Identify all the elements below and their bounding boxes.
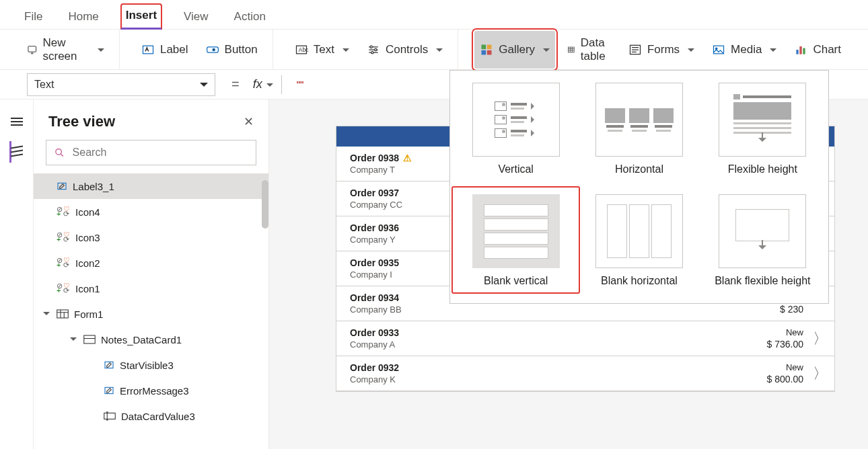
label-icon	[104, 385, 114, 396]
order-company: Company BB	[350, 304, 402, 315]
gallery-dropdown[interactable]: Gallery	[474, 31, 555, 69]
text-dropdown[interactable]: Abc Text	[289, 39, 355, 60]
order-company: Company A	[350, 339, 399, 350]
tree-item[interactable]: StarVisible3	[34, 352, 268, 378]
icon-control-icon: ⊘+♡⟳	[57, 233, 70, 242]
chart-icon	[794, 43, 807, 56]
svg-rect-0	[28, 46, 36, 51]
menu-view[interactable]: View	[180, 6, 213, 29]
left-rail	[0, 99, 34, 449]
svg-rect-17	[797, 50, 799, 54]
gallery-option-horizontal[interactable]: Horizontal	[587, 83, 691, 175]
warning-icon: ⚠	[403, 153, 412, 163]
tree-item-label: Icon2	[75, 257, 100, 269]
order-title: Order 0932	[350, 362, 399, 373]
menu-action[interactable]: Action	[230, 6, 270, 29]
search-icon	[55, 147, 65, 158]
tree-list: Label3_1 ⊘+♡⟳Icon4 ⊘+♡⟳Icon3 ⊘+♡⟳Icon2 ⊘…	[34, 173, 268, 429]
expand-caret-icon[interactable]	[70, 337, 77, 344]
tree-item-label: DataCardValue3	[121, 411, 195, 422]
menu-file[interactable]: File	[20, 6, 46, 29]
forms-dropdown[interactable]: Forms	[623, 39, 700, 60]
tree-item[interactable]: ⊘+♡⟳Icon4	[34, 199, 268, 225]
new-screen-button[interactable]: New screen	[22, 32, 110, 67]
gallery-thumb-blank-horizontal	[595, 194, 683, 268]
media-icon	[712, 43, 725, 56]
fx-button[interactable]: fx	[248, 77, 279, 91]
button-button[interactable]: Button	[201, 39, 263, 60]
tree-item[interactable]: ErrorMessage3	[34, 378, 268, 403]
chevron-right-icon[interactable]: 〉	[813, 364, 825, 384]
datacard-icon	[83, 335, 96, 344]
tree-item-label: Icon3	[75, 232, 100, 243]
controls-dropdown[interactable]: Controls	[361, 39, 448, 60]
data-table-button[interactable]: Data table	[562, 32, 616, 67]
media-label: Media	[731, 43, 762, 56]
close-icon[interactable]: ✕	[244, 114, 254, 129]
svg-rect-19	[803, 48, 805, 54]
label-button[interactable]: Label	[136, 39, 194, 60]
svg-rect-11	[482, 50, 486, 54]
tree-item[interactable]: Label3_1	[34, 173, 268, 199]
expand-caret-icon[interactable]	[43, 312, 50, 319]
order-price: $ 800.00	[767, 374, 804, 384]
tree-item[interactable]: Notes_DataCard1	[34, 327, 268, 352]
gallery-option-label: Blank horizontal	[601, 275, 678, 287]
gallery-option-blank-flexible[interactable]: Blank flexible height	[711, 194, 815, 287]
gallery-thumb-blank-vertical	[472, 194, 560, 268]
screen-icon	[27, 43, 37, 56]
data-table-icon	[567, 43, 575, 56]
gallery-option-blank-vertical[interactable]: Blank vertical	[464, 194, 568, 287]
media-dropdown[interactable]: Media	[707, 39, 782, 60]
tree-item[interactable]: ⊘+♡⟳Icon1	[34, 276, 268, 301]
gallery-option-flexible[interactable]: Flexible height	[711, 83, 815, 175]
text-label: Text	[314, 43, 334, 56]
order-title: Order 0936	[350, 222, 399, 233]
tree-view-rail-icon[interactable]	[9, 145, 24, 157]
order-company: Company K	[350, 374, 399, 384]
tree-item-label: StarVisible3	[120, 360, 174, 371]
tree-item[interactable]: ⊘+♡⟳Icon2	[34, 250, 268, 276]
tree-item-label: Notes_DataCard1	[101, 334, 182, 345]
property-selector[interactable]: Text	[27, 73, 215, 96]
hamburger-icon[interactable]	[11, 116, 23, 128]
tree-item[interactable]: Form1	[34, 301, 268, 327]
search-input[interactable]	[71, 146, 248, 159]
svg-rect-10	[487, 44, 492, 49]
gallery-label: Gallery	[499, 43, 535, 56]
tree-search[interactable]	[46, 140, 256, 165]
tree-item-label: Icon1	[75, 283, 100, 294]
gallery-option-label: Flexible height	[728, 163, 797, 175]
svg-point-20	[56, 149, 62, 155]
chevron-right-icon[interactable]: 〉	[813, 329, 825, 349]
order-row[interactable]: Order 0932 Company K New $ 800.00 〉	[336, 356, 834, 391]
gallery-thumb-blank-flexible	[719, 194, 806, 268]
icon-control-icon: ⊘+♡⟳	[57, 284, 70, 293]
tree-item[interactable]: DataCardValue3	[34, 403, 268, 429]
order-row[interactable]: Order 0933 Company A New $ 736.00 〉	[336, 321, 834, 356]
tree-view-panel: Tree view ✕ Label3_1 ⊘+♡⟳Icon4 ⊘+♡⟳Icon3…	[34, 99, 269, 449]
order-price: $ 230	[780, 304, 803, 315]
order-company: Company I	[350, 270, 399, 280]
tree-item-label: ErrorMessage3	[120, 385, 189, 397]
tree-scrollbar-thumb[interactable]	[262, 180, 268, 229]
order-title: Order 0934	[350, 292, 402, 303]
order-title: Order 0938 ⚠	[350, 153, 412, 163]
equals-sign: =	[223, 77, 248, 92]
formula-value[interactable]: ""	[285, 79, 304, 90]
menu-bar: File Home Insert View Action	[0, 0, 868, 30]
chart-button[interactable]: Chart	[789, 39, 846, 60]
svg-rect-26	[104, 413, 116, 419]
order-company: Company Y	[350, 235, 399, 245]
new-screen-label: New screen	[42, 36, 89, 63]
gallery-option-vertical[interactable]: Vertical	[464, 83, 568, 175]
gallery-option-blank-horizontal[interactable]: Blank horizontal	[587, 194, 691, 287]
tree-item[interactable]: ⊘+♡⟳Icon3	[34, 225, 268, 250]
order-status: New	[786, 362, 803, 372]
order-title: Order 0935	[350, 257, 399, 268]
order-title: Order 0937	[350, 188, 402, 198]
label-icon	[104, 360, 114, 370]
menu-home[interactable]: Home	[64, 6, 102, 29]
svg-rect-18	[800, 46, 802, 54]
menu-insert[interactable]: Insert	[120, 3, 162, 30]
